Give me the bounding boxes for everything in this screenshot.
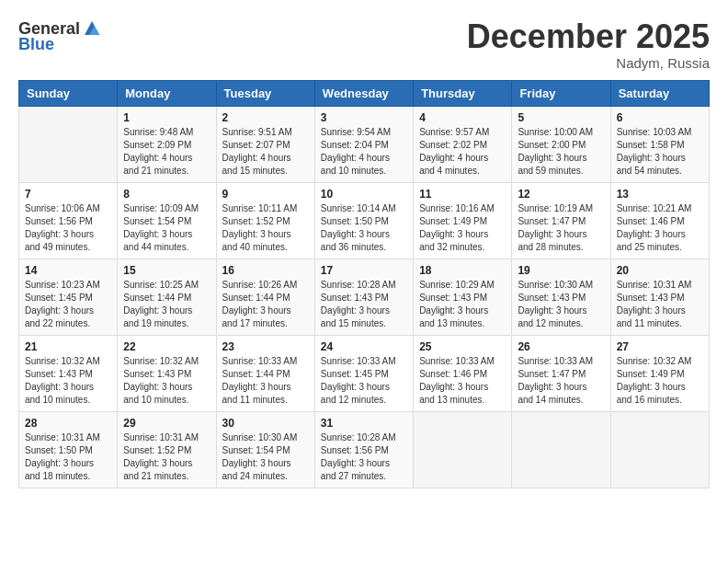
day-number: 23 bbox=[222, 340, 309, 353]
day-info: Sunrise: 9:48 AM Sunset: 2:09 PM Dayligh… bbox=[123, 126, 210, 178]
day-info: Sunrise: 10:16 AM Sunset: 1:49 PM Daylig… bbox=[419, 202, 506, 254]
day-info: Sunrise: 10:33 AM Sunset: 1:45 PM Daylig… bbox=[321, 355, 407, 407]
logo-icon bbox=[82, 18, 102, 39]
calendar-cell: 4 Sunrise: 9:57 AM Sunset: 2:02 PM Dayli… bbox=[414, 106, 512, 182]
day-number: 10 bbox=[321, 188, 407, 201]
day-number: 2 bbox=[222, 111, 309, 124]
day-number: 13 bbox=[617, 188, 703, 201]
calendar-cell: 1 Sunrise: 9:48 AM Sunset: 2:09 PM Dayli… bbox=[118, 106, 216, 182]
calendar-cell: 27 Sunrise: 10:32 AM Sunset: 1:49 PM Day… bbox=[610, 335, 709, 411]
weekday-header-monday: Monday bbox=[118, 80, 216, 106]
day-number: 6 bbox=[617, 111, 703, 124]
month-title: December 2025 bbox=[467, 18, 710, 55]
calendar-week-row: 1 Sunrise: 9:48 AM Sunset: 2:09 PM Dayli… bbox=[19, 106, 710, 182]
calendar-week-row: 7 Sunrise: 10:06 AM Sunset: 1:56 PM Dayl… bbox=[19, 182, 710, 259]
calendar-cell: 21 Sunrise: 10:32 AM Sunset: 1:43 PM Day… bbox=[19, 335, 118, 411]
day-number: 5 bbox=[518, 111, 604, 124]
weekday-header-row: SundayMondayTuesdayWednesdayThursdayFrid… bbox=[19, 80, 710, 106]
day-number: 26 bbox=[518, 340, 604, 353]
calendar-cell: 22 Sunrise: 10:32 AM Sunset: 1:43 PM Day… bbox=[118, 335, 216, 411]
calendar-cell: 20 Sunrise: 10:31 AM Sunset: 1:43 PM Day… bbox=[610, 259, 709, 335]
day-info: Sunrise: 10:28 AM Sunset: 1:43 PM Daylig… bbox=[321, 279, 407, 330]
day-info: Sunrise: 10:32 AM Sunset: 1:43 PM Daylig… bbox=[123, 355, 210, 407]
calendar-cell: 24 Sunrise: 10:33 AM Sunset: 1:45 PM Day… bbox=[314, 335, 413, 411]
day-info: Sunrise: 10:00 AM Sunset: 2:00 PM Daylig… bbox=[518, 126, 604, 178]
day-number: 11 bbox=[419, 188, 506, 201]
day-number: 27 bbox=[617, 340, 703, 353]
calendar-cell: 28 Sunrise: 10:31 AM Sunset: 1:50 PM Day… bbox=[19, 411, 118, 488]
title-block: December 2025 Nadym, Russia bbox=[467, 18, 710, 71]
day-info: Sunrise: 9:57 AM Sunset: 2:02 PM Dayligh… bbox=[419, 126, 506, 178]
calendar-cell bbox=[414, 411, 512, 488]
calendar-cell: 9 Sunrise: 10:11 AM Sunset: 1:52 PM Dayl… bbox=[216, 182, 314, 259]
calendar-cell: 6 Sunrise: 10:03 AM Sunset: 1:58 PM Dayl… bbox=[610, 106, 709, 182]
calendar-cell: 31 Sunrise: 10:28 AM Sunset: 1:56 PM Day… bbox=[314, 411, 413, 488]
day-info: Sunrise: 10:28 AM Sunset: 1:56 PM Daylig… bbox=[321, 431, 407, 483]
day-number: 25 bbox=[419, 340, 506, 353]
calendar-cell bbox=[512, 411, 610, 488]
calendar-cell: 10 Sunrise: 10:14 AM Sunset: 1:50 PM Day… bbox=[314, 182, 413, 259]
day-info: Sunrise: 9:54 AM Sunset: 2:04 PM Dayligh… bbox=[321, 126, 407, 178]
day-number: 8 bbox=[123, 188, 210, 201]
day-info: Sunrise: 10:14 AM Sunset: 1:50 PM Daylig… bbox=[321, 202, 407, 254]
day-number: 20 bbox=[617, 264, 703, 277]
day-number: 12 bbox=[518, 188, 604, 201]
calendar-cell: 2 Sunrise: 9:51 AM Sunset: 2:07 PM Dayli… bbox=[216, 106, 314, 182]
calendar-cell bbox=[19, 106, 118, 182]
calendar-cell: 19 Sunrise: 10:30 AM Sunset: 1:43 PM Day… bbox=[512, 259, 610, 335]
day-number: 22 bbox=[123, 340, 210, 353]
calendar-cell bbox=[610, 411, 709, 488]
calendar-cell: 26 Sunrise: 10:33 AM Sunset: 1:47 PM Day… bbox=[512, 335, 610, 411]
page-header: General Blue December 2025 Nadym, Russia bbox=[18, 18, 710, 71]
day-number: 28 bbox=[25, 417, 111, 430]
day-info: Sunrise: 10:21 AM Sunset: 1:46 PM Daylig… bbox=[617, 202, 703, 254]
calendar-cell: 11 Sunrise: 10:16 AM Sunset: 1:49 PM Day… bbox=[414, 182, 512, 259]
weekday-header-tuesday: Tuesday bbox=[216, 80, 314, 106]
calendar-cell: 3 Sunrise: 9:54 AM Sunset: 2:04 PM Dayli… bbox=[314, 106, 413, 182]
day-info: Sunrise: 10:19 AM Sunset: 1:47 PM Daylig… bbox=[518, 202, 604, 254]
day-info: Sunrise: 10:03 AM Sunset: 1:58 PM Daylig… bbox=[617, 126, 703, 178]
day-info: Sunrise: 10:33 AM Sunset: 1:47 PM Daylig… bbox=[518, 355, 604, 407]
logo: General Blue bbox=[18, 18, 102, 54]
calendar-cell: 5 Sunrise: 10:00 AM Sunset: 2:00 PM Dayl… bbox=[512, 106, 610, 182]
day-info: Sunrise: 10:33 AM Sunset: 1:44 PM Daylig… bbox=[222, 355, 309, 407]
day-info: Sunrise: 10:31 AM Sunset: 1:50 PM Daylig… bbox=[25, 431, 111, 483]
logo-blue-text: Blue bbox=[18, 35, 54, 54]
day-number: 21 bbox=[25, 340, 111, 353]
day-number: 7 bbox=[25, 188, 111, 201]
day-info: Sunrise: 9:51 AM Sunset: 2:07 PM Dayligh… bbox=[222, 126, 309, 178]
day-number: 14 bbox=[25, 264, 111, 277]
day-info: Sunrise: 10:30 AM Sunset: 1:43 PM Daylig… bbox=[518, 279, 604, 330]
day-number: 16 bbox=[222, 264, 309, 277]
day-number: 30 bbox=[222, 417, 309, 430]
calendar-cell: 13 Sunrise: 10:21 AM Sunset: 1:46 PM Day… bbox=[610, 182, 709, 259]
calendar-week-row: 14 Sunrise: 10:23 AM Sunset: 1:45 PM Day… bbox=[19, 259, 710, 335]
day-number: 18 bbox=[419, 264, 506, 277]
day-number: 31 bbox=[321, 417, 407, 430]
weekday-header-saturday: Saturday bbox=[610, 80, 709, 106]
day-info: Sunrise: 10:31 AM Sunset: 1:43 PM Daylig… bbox=[617, 279, 703, 330]
day-info: Sunrise: 10:32 AM Sunset: 1:49 PM Daylig… bbox=[617, 355, 703, 407]
calendar-cell: 12 Sunrise: 10:19 AM Sunset: 1:47 PM Day… bbox=[512, 182, 610, 259]
calendar-cell: 8 Sunrise: 10:09 AM Sunset: 1:54 PM Dayl… bbox=[118, 182, 216, 259]
day-info: Sunrise: 10:11 AM Sunset: 1:52 PM Daylig… bbox=[222, 202, 309, 254]
calendar-cell: 29 Sunrise: 10:31 AM Sunset: 1:52 PM Day… bbox=[118, 411, 216, 488]
day-info: Sunrise: 10:25 AM Sunset: 1:44 PM Daylig… bbox=[123, 279, 210, 330]
calendar-cell: 17 Sunrise: 10:28 AM Sunset: 1:43 PM Day… bbox=[314, 259, 413, 335]
day-info: Sunrise: 10:23 AM Sunset: 1:45 PM Daylig… bbox=[25, 279, 111, 330]
calendar-week-row: 21 Sunrise: 10:32 AM Sunset: 1:43 PM Day… bbox=[19, 335, 710, 411]
calendar-cell: 16 Sunrise: 10:26 AM Sunset: 1:44 PM Day… bbox=[216, 259, 314, 335]
day-number: 24 bbox=[321, 340, 407, 353]
calendar-cell: 7 Sunrise: 10:06 AM Sunset: 1:56 PM Dayl… bbox=[19, 182, 118, 259]
day-info: Sunrise: 10:31 AM Sunset: 1:52 PM Daylig… bbox=[123, 431, 210, 483]
weekday-header-sunday: Sunday bbox=[19, 80, 118, 106]
calendar-week-row: 28 Sunrise: 10:31 AM Sunset: 1:50 PM Day… bbox=[19, 411, 710, 488]
day-number: 3 bbox=[321, 111, 407, 124]
calendar-cell: 15 Sunrise: 10:25 AM Sunset: 1:44 PM Day… bbox=[118, 259, 216, 335]
day-info: Sunrise: 10:09 AM Sunset: 1:54 PM Daylig… bbox=[123, 202, 210, 254]
calendar-cell: 18 Sunrise: 10:29 AM Sunset: 1:43 PM Day… bbox=[414, 259, 512, 335]
day-info: Sunrise: 10:33 AM Sunset: 1:46 PM Daylig… bbox=[419, 355, 506, 407]
day-info: Sunrise: 10:29 AM Sunset: 1:43 PM Daylig… bbox=[419, 279, 506, 330]
day-number: 15 bbox=[123, 264, 210, 277]
weekday-header-friday: Friday bbox=[512, 80, 610, 106]
